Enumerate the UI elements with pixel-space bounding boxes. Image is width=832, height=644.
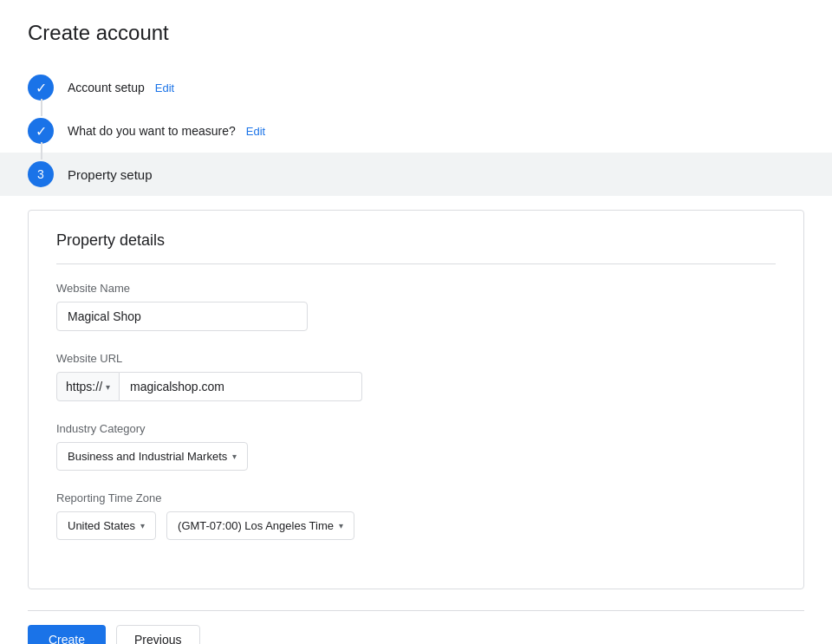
website-name-input[interactable]: [56, 302, 308, 331]
step-2-edit-link[interactable]: Edit: [246, 125, 265, 138]
step-account-setup: ✓ Account setup Edit: [28, 66, 804, 109]
industry-arrow: ▾: [232, 452, 237, 461]
timezone-value-dropdown[interactable]: (GMT-07:00) Los Angeles Time ▾: [166, 511, 354, 540]
website-name-label: Website Name: [56, 282, 776, 295]
step-3-label: Property setup: [68, 167, 153, 182]
page-title: Create account: [28, 21, 804, 45]
timezone-country-arrow: ▾: [140, 521, 145, 530]
step-3-number: 3: [37, 167, 44, 181]
timezone-group: Reporting Time Zone United States ▾ (GMT…: [56, 491, 776, 540]
step-1-edit-link[interactable]: Edit: [155, 81, 174, 94]
website-name-group: Website Name: [56, 282, 776, 331]
check-icon: ✓: [36, 80, 47, 96]
url-domain-input[interactable]: [120, 372, 362, 401]
previous-button[interactable]: Previous: [116, 625, 199, 644]
url-protocol-arrow: ▾: [106, 382, 110, 392]
property-card-title: Property details: [56, 231, 776, 264]
industry-group: Industry Category Business and Industria…: [56, 422, 776, 471]
url-protocol-text: https://: [66, 380, 102, 394]
timezone-value-arrow: ▾: [339, 521, 343, 530]
industry-dropdown[interactable]: Business and Industrial Markets ▾: [56, 442, 248, 471]
step-measure: ✓ What do you want to measure? Edit: [28, 109, 804, 153]
industry-value: Business and Industrial Markets: [68, 450, 227, 463]
timezone-row: United States ▾ (GMT-07:00) Los Angeles …: [56, 511, 776, 540]
action-bar: Create Previous: [28, 610, 804, 644]
step-2-label: What do you want to measure?: [68, 124, 236, 138]
url-row: https:// ▾: [56, 372, 776, 401]
step-3-circle: 3: [28, 161, 54, 187]
industry-label: Industry Category: [56, 422, 776, 435]
step-2-circle: ✓: [28, 118, 54, 144]
stepper: ✓ Account setup Edit ✓ What do you want …: [28, 66, 804, 196]
timezone-value-text: (GMT-07:00) Los Angeles Time: [178, 519, 334, 532]
timezone-country-dropdown[interactable]: United States ▾: [56, 511, 156, 540]
website-url-label: Website URL: [56, 352, 776, 365]
website-url-group: Website URL https:// ▾: [56, 352, 776, 401]
timezone-label: Reporting Time Zone: [56, 491, 776, 504]
step-property-setup-row: 3 Property setup: [0, 153, 832, 196]
create-button[interactable]: Create: [28, 625, 106, 644]
timezone-country-value: United States: [68, 519, 135, 532]
check-icon-2: ✓: [36, 123, 47, 140]
step-1-label: Account setup: [68, 81, 145, 94]
url-protocol-dropdown[interactable]: https:// ▾: [56, 372, 120, 401]
step-1-circle: ✓: [28, 75, 54, 101]
property-card: Property details Website Name Website UR…: [28, 210, 804, 589]
